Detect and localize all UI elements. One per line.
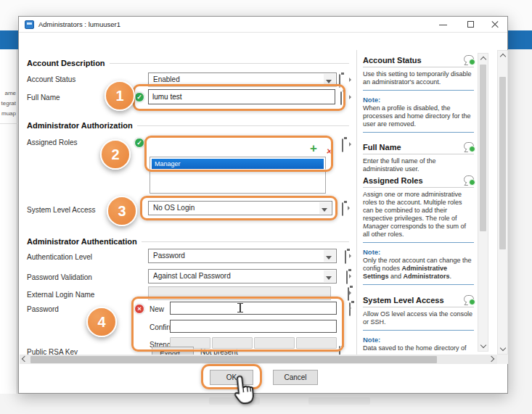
help-note-body: Data saved to the home directory of an [363, 344, 474, 355]
dropdown-chevron-area[interactable] [319, 202, 331, 214]
help-note-body: Only the root account can change the con… [363, 257, 474, 281]
system-level-access-value: No OS Login [153, 204, 195, 212]
field-menu-icon[interactable] [340, 91, 342, 105]
valid-check-icon [134, 138, 144, 148]
dialog-scrollbar-thumb[interactable] [499, 77, 506, 249]
rsa-key-status: Not present [200, 348, 238, 355]
chevron-up-icon [480, 57, 486, 62]
dialog-scrollbar[interactable] [497, 50, 508, 355]
maximize-icon [467, 21, 474, 28]
callout-number-2: 2 [100, 139, 131, 170]
authentication-level-dropdown[interactable]: Password [148, 249, 337, 263]
dropdown-chevron-area[interactable] [324, 250, 335, 262]
system-level-access-dropdown[interactable]: No OS Login [148, 201, 332, 215]
help-panel: Account Status Use this setting to tempo… [356, 50, 477, 355]
minimize-button[interactable] [433, 17, 454, 32]
assigned-roles-label: Assigned Roles [27, 138, 77, 146]
help-divider [363, 242, 474, 243]
dropdown-chevron-area[interactable] [324, 74, 335, 86]
field-menu-icon[interactable] [346, 270, 348, 284]
help-heading-text: Full Name [363, 143, 401, 152]
field-menu-caret-icon [349, 274, 351, 278]
chevron-left-icon [22, 356, 28, 362]
section-admin-authentication: Administrator Authentication [27, 237, 349, 246]
authentication-level-label: Authentication Level [27, 253, 92, 261]
password-confirm-input[interactable] [170, 320, 337, 333]
help-note-title: Note: [363, 248, 474, 256]
scroll-left-button[interactable] [20, 355, 29, 364]
field-menu-caret-icon [349, 95, 351, 99]
help-heading-text: System Level Access [363, 296, 444, 305]
maximize-button[interactable] [460, 17, 482, 32]
horizontal-scrollbar[interactable] [20, 355, 497, 364]
assigned-roles-list[interactable]: Manager [150, 157, 326, 194]
rsa-key-export-button[interactable]: Export... [152, 347, 194, 355]
help-note-title: Note: [363, 336, 474, 344]
speech-bubble-icon[interactable] [464, 295, 474, 303]
horizontal-scrollbar-thumb[interactable] [30, 356, 437, 363]
background-text-fragment: ame [0, 90, 16, 96]
section-account-description: Account Description [27, 59, 349, 67]
callout-number-4: 4 [86, 307, 117, 337]
password-new-input[interactable] [170, 302, 337, 315]
remove-role-icon[interactable] [326, 147, 332, 157]
help-scrollbar-thumb[interactable] [480, 65, 486, 231]
full-name-label: Full Name [27, 94, 60, 102]
speech-bubble-icon[interactable] [464, 142, 474, 150]
scroll-up-button[interactable] [498, 51, 507, 60]
dialog-titlebar[interactable]: Administrators : lumuuser1 [19, 17, 507, 33]
chevron-down-icon [500, 345, 506, 351]
role-list-item-selected[interactable]: Manager [152, 159, 324, 169]
dropdown-chevron-area[interactable] [324, 270, 335, 282]
help-divider [363, 330, 474, 331]
valid-check-icon [134, 92, 144, 102]
account-status-dropdown[interactable]: Enabled [148, 73, 337, 87]
close-button[interactable] [484, 17, 506, 32]
password-validation-dropdown[interactable]: Against Local Password [148, 269, 337, 283]
section-title: Account Description [27, 59, 105, 67]
field-menu-caret-icon [349, 291, 351, 295]
help-body-bold: Administrators [404, 273, 450, 280]
background-window-left-panel: ame tegrat muap [0, 49, 17, 394]
field-menu-icon[interactable] [342, 138, 343, 152]
chevron-down-icon [326, 80, 332, 83]
scroll-right-button[interactable] [488, 355, 497, 364]
field-menu-icon[interactable] [339, 74, 340, 88]
system-level-access-label: System Level Access [27, 206, 95, 214]
cancel-button[interactable]: Cancel [273, 370, 318, 385]
help-divider [363, 284, 474, 285]
chevron-down-icon [322, 208, 327, 212]
help-body-text: . [450, 273, 452, 280]
field-menu-icon[interactable] [342, 202, 343, 216]
speech-bubble-icon[interactable] [464, 55, 474, 63]
chevron-up-icon [500, 54, 506, 59]
section-title: Administrator Authentication [27, 237, 137, 246]
scroll-up-button[interactable] [478, 54, 488, 63]
field-menu-caret-icon [349, 254, 351, 258]
hand-cursor-icon [232, 373, 258, 407]
section-admin-authorization: Administrator Authorization [27, 121, 349, 130]
help-divider [363, 90, 474, 91]
background-text-fragment: muap [0, 110, 16, 117]
add-role-icon[interactable] [310, 144, 317, 154]
password-label: Password [27, 305, 59, 313]
field-menu-icon[interactable] [339, 346, 340, 355]
chevron-down-icon [480, 342, 486, 348]
help-body-text: and [389, 273, 404, 280]
full-name-input[interactable] [148, 89, 335, 104]
help-scrollbar[interactable] [478, 53, 488, 352]
password-new-label: New [150, 305, 164, 313]
field-menu-caret-icon [349, 78, 351, 82]
field-menu-icon[interactable] [345, 250, 346, 264]
help-divider [363, 132, 474, 133]
authentication-level-value: Password [153, 252, 185, 260]
speech-bubble-icon[interactable] [464, 175, 474, 183]
help-heading-system-level-access: System Level Access [363, 296, 474, 307]
scroll-down-button[interactable] [478, 341, 488, 351]
help-body-italic: Manager [363, 223, 389, 230]
help-body: Assign one or more administrative roles … [363, 191, 474, 239]
scroll-down-button[interactable] [498, 344, 507, 354]
chevron-down-icon [326, 256, 332, 260]
dialog-title: Administrators : lumuuser1 [38, 20, 120, 28]
section-title: Administrator Authorization [27, 121, 133, 130]
